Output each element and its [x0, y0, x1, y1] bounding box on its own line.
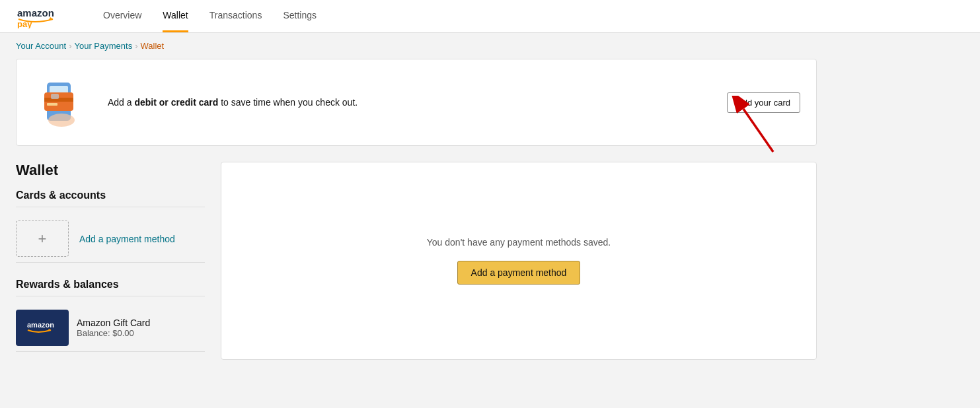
cards-accounts-heading: Cards & accounts: [16, 189, 205, 207]
gift-card-row: amazon Amazon Gift Card Balance: $0.00: [16, 304, 205, 352]
gift-card-name: Amazon Gift Card: [77, 318, 150, 328]
add-payment-row: + Add a payment method: [16, 215, 205, 263]
wallet-title: Wallet: [16, 162, 205, 179]
nav-overview[interactable]: Overview: [103, 0, 141, 32]
rewards-balances-section: Rewards & balances amazon Amazon Gift Ca…: [16, 279, 205, 352]
wallet-section: Wallet Cards & accounts + Add a payment …: [16, 162, 817, 360]
svg-rect-5: [44, 98, 73, 102]
nav-transactions[interactable]: Transactions: [209, 0, 262, 32]
add-payment-method-button[interactable]: Add a payment method: [457, 261, 581, 285]
gift-card-icon: amazon: [16, 310, 69, 346]
promo-description: Add a debit or credit card to save time …: [108, 97, 358, 108]
promo-banner: Add a debit or credit card to save time …: [16, 59, 817, 146]
breadcrumb-sep-2: ›: [135, 41, 137, 51]
promo-text-suffix: to save time when you check out.: [218, 97, 358, 108]
nav-settings[interactable]: Settings: [283, 0, 317, 32]
add-your-card-button[interactable]: Add your card: [727, 92, 800, 113]
svg-text:amazon: amazon: [17, 7, 54, 18]
plus-icon: +: [38, 230, 47, 248]
gift-card-info: Amazon Gift Card Balance: $0.00: [77, 318, 150, 338]
add-payment-method-link[interactable]: Add a payment method: [79, 234, 175, 244]
svg-rect-6: [47, 103, 57, 106]
breadcrumb-wallet: Wallet: [141, 41, 165, 51]
logo-svg: amazon pay: [16, 5, 82, 28]
wallet-right-panel: You don't have any payment methods saved…: [221, 162, 817, 360]
wallet-left-panel: Wallet Cards & accounts + Add a payment …: [16, 162, 221, 360]
header: amazon pay Overview Wallet Transactions …: [0, 0, 980, 33]
gift-card-balance: Balance: $0.00: [77, 328, 150, 338]
breadcrumb-sep-1: ›: [69, 41, 71, 51]
add-payment-box: +: [16, 221, 69, 257]
promo-text-prefix: Add a: [108, 97, 134, 108]
amazon-pay-logo: amazon pay: [16, 5, 82, 28]
rewards-balances-heading: Rewards & balances: [16, 279, 205, 296]
promo-illustration: [32, 73, 92, 132]
svg-text:pay: pay: [17, 19, 32, 28]
no-payment-text: You don't have any payment methods saved…: [427, 237, 611, 248]
svg-rect-8: [51, 94, 59, 99]
svg-point-7: [48, 114, 75, 127]
promo-text-bold: debit or credit card: [134, 97, 218, 108]
breadcrumb-your-payments[interactable]: Your Payments: [74, 41, 132, 51]
breadcrumb-your-account[interactable]: Your Account: [16, 41, 66, 51]
main-nav: Overview Wallet Transactions Settings: [103, 0, 317, 32]
main-content: Add a debit or credit card to save time …: [0, 59, 833, 376]
svg-line-10: [743, 109, 773, 152]
svg-text:amazon: amazon: [27, 321, 54, 329]
nav-wallet[interactable]: Wallet: [163, 0, 188, 32]
cards-accounts-section: Cards & accounts + Add a payment method: [16, 189, 205, 263]
breadcrumb: Your Account › Your Payments › Wallet: [0, 33, 980, 59]
